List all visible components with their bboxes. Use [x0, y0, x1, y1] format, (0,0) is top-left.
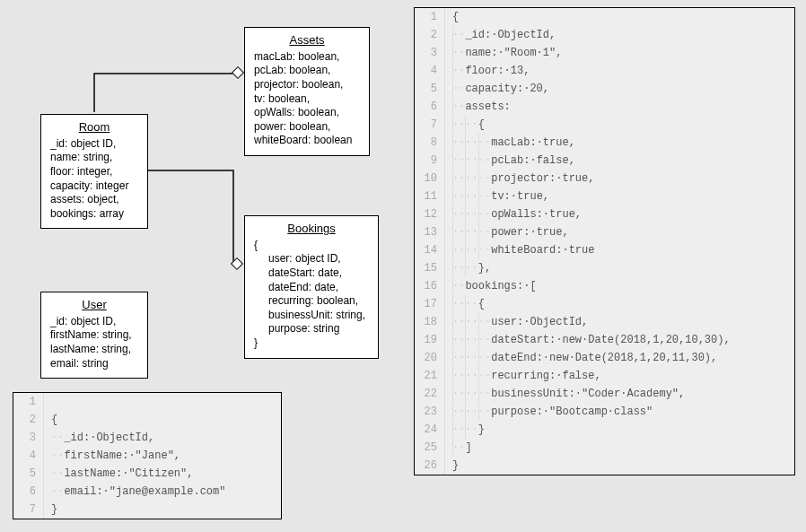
entity-bookings-field: recurring: boolean,	[254, 294, 369, 309]
code-line: 23······purpose:·"Bootcamp·class"	[415, 403, 794, 421]
code-line: 6··assets:	[415, 98, 794, 116]
entity-assets-field: opWalls: boolean,	[254, 106, 360, 120]
diamond-room-bookings	[231, 257, 243, 270]
line-number: 9	[415, 152, 445, 170]
entity-user-title: User	[50, 298, 138, 313]
entity-assets-field: whiteBoard: boolean	[254, 134, 360, 148]
entity-user: User _id: object ID, firstName: string, …	[40, 292, 148, 379]
line-number: 20	[415, 349, 445, 367]
entity-bookings-field: user: object ID,	[254, 252, 369, 266]
entity-room-field: bookings: array	[50, 207, 138, 222]
code-line: 2{	[13, 411, 281, 429]
code-line: 13······power:·true,	[415, 223, 794, 241]
line-number: 10	[415, 170, 445, 188]
line-number: 4	[415, 62, 445, 80]
code-line: 9······pcLab:·false,	[415, 152, 794, 170]
code-line: 7}	[13, 501, 281, 519]
code-line: 6··email:·"jane@example.com"	[13, 483, 281, 501]
entity-assets-title: Assets	[254, 33, 360, 48]
entity-bookings-field: purpose: string	[254, 322, 369, 336]
line-number: 15	[415, 259, 445, 277]
code-line: 4··floor:·13,	[415, 62, 794, 80]
entity-user-field: firstName: string,	[50, 328, 138, 343]
entity-bookings-field: dateStart: date,	[254, 266, 369, 281]
line-number: 13	[415, 223, 445, 241]
line-number: 22	[415, 385, 445, 403]
line-number: 16	[415, 277, 445, 295]
code-line: 4··firstName:·"Jane",	[13, 447, 281, 465]
code-line: 5··lastName:·"Citizen",	[13, 465, 281, 483]
line-number: 8	[415, 134, 445, 152]
entity-user-field: lastName: string,	[50, 343, 138, 357]
line-number: 7	[415, 116, 445, 134]
code-line: 2··_id:·ObjectId,	[415, 26, 794, 44]
code-line: 20······dateEnd:·new·Date(2018,1,20,11,3…	[415, 349, 794, 367]
line-number: 2	[415, 26, 445, 44]
line-number: 2	[13, 411, 44, 429]
entity-bookings-brace: }	[254, 336, 369, 351]
line-number: 25	[415, 439, 445, 457]
line-number: 7	[13, 501, 44, 519]
line-number: 19	[415, 331, 445, 349]
code-line: 16··bookings:·[	[415, 277, 794, 295]
line-number: 11	[415, 188, 445, 205]
entity-bookings-title: Bookings	[254, 222, 369, 237]
code-panel-user: 12{3··_id:·ObjectId,4··firstName:·"Jane"…	[13, 392, 282, 519]
code-line: 17····{	[415, 295, 794, 313]
code-line: 5··capacity:·20,	[415, 80, 794, 98]
entity-room-field: capacity: integer	[50, 179, 138, 194]
entity-room: Room _id: object ID, name: string, floor…	[40, 114, 148, 229]
line-number: 3	[415, 44, 445, 62]
entity-bookings-brace: {	[254, 239, 369, 253]
line-number: 14	[415, 241, 445, 259]
entity-room-title: Room	[50, 120, 138, 135]
code-line: 3··_id:·ObjectId,	[13, 429, 281, 447]
code-line: 15····},	[415, 259, 794, 277]
entity-bookings-field: businessUnit: string,	[254, 309, 369, 323]
line-number: 5	[13, 465, 44, 483]
line-number: 26	[415, 457, 445, 475]
line-number: 1	[415, 8, 445, 26]
entity-bookings-field: dateEnd: date,	[254, 281, 369, 295]
entity-room-field: name: string,	[50, 151, 138, 165]
entity-assets-field: tv: boolean,	[254, 92, 360, 107]
code-line: 25··]	[415, 439, 794, 457]
code-line: 3··name:·"Room·1",	[415, 44, 794, 62]
entity-assets-field: power: boolean,	[254, 120, 360, 135]
line-number: 24	[415, 421, 445, 439]
entity-bookings: Bookings { user: object ID, dateStart: d…	[244, 215, 379, 359]
line-number: 5	[415, 80, 445, 98]
entity-user-field: email: string	[50, 357, 138, 371]
line-number: 23	[415, 403, 445, 421]
code-line: 19······dateStart:·new·Date(2018,1,20,10…	[415, 331, 794, 349]
diamond-room-assets	[232, 66, 244, 79]
entity-room-field: _id: object ID,	[50, 137, 138, 152]
code-line: 18······user:·ObjectId,	[415, 313, 794, 331]
code-line: 7····{	[415, 116, 794, 134]
code-line: 1{	[415, 8, 794, 26]
entity-assets: Assets macLab: boolean, pcLab: boolean, …	[244, 27, 370, 156]
code-line: 8······macLab:·true,	[415, 134, 794, 152]
line-number: 4	[13, 447, 44, 465]
line-number: 1	[13, 393, 44, 411]
code-line: 26}	[415, 457, 794, 475]
line-number: 12	[415, 205, 445, 223]
line-number: 21	[415, 367, 445, 385]
code-line: 14······whiteBoard:·true	[415, 241, 794, 259]
code-line: 21······recurring:·false,	[415, 367, 794, 385]
line-number: 3	[13, 429, 44, 447]
code-line: 1	[13, 393, 281, 411]
line-number: 6	[415, 98, 445, 116]
line-number: 17	[415, 295, 445, 313]
entity-assets-field: macLab: boolean,	[254, 50, 360, 65]
code-line: 12······opWalls:·true,	[415, 205, 794, 223]
entity-room-field: floor: integer,	[50, 165, 138, 179]
entity-assets-field: pcLab: boolean,	[254, 64, 360, 78]
entity-user-field: _id: object ID,	[50, 315, 138, 329]
code-line: 24····}	[415, 421, 794, 439]
code-line: 11······tv:·true,	[415, 188, 794, 205]
code-line: 10······projector:·true,	[415, 170, 794, 188]
line-number: 6	[13, 483, 44, 501]
entity-room-field: assets: object,	[50, 193, 138, 207]
entity-assets-field: projector: boolean,	[254, 78, 360, 92]
